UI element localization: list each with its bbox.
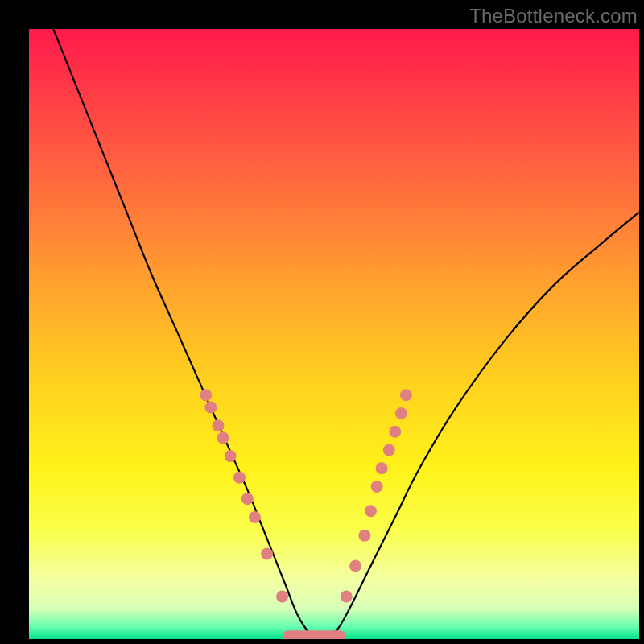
marker-dot — [261, 547, 273, 559]
watermark-text: TheBottleneck.com — [469, 5, 638, 27]
curve-line — [53, 29, 639, 639]
chart-frame: TheBottleneck.com — [0, 0, 644, 644]
marker-dot — [204, 401, 217, 413]
marker-dot — [400, 389, 412, 401]
marker-dot — [276, 590, 288, 602]
marker-dot — [212, 419, 224, 431]
marker-dot — [249, 511, 261, 523]
markers-right — [341, 389, 412, 602]
marker-dot — [358, 530, 370, 542]
marker-dot — [225, 450, 237, 462]
marker-dot — [376, 462, 388, 474]
marker-dot — [341, 590, 353, 602]
plot-area — [29, 29, 639, 639]
marker-dot — [383, 444, 395, 456]
markers-left — [200, 389, 288, 602]
marker-dot — [365, 505, 377, 517]
marker-dot — [349, 560, 361, 572]
marker-dot — [217, 431, 229, 444]
marker-dot — [389, 426, 401, 438]
marker-dot — [233, 472, 246, 484]
marker-dot — [395, 407, 407, 419]
marker-dot — [371, 481, 383, 493]
marker-dot — [200, 389, 212, 401]
chart-svg — [29, 29, 639, 639]
marker-dot — [242, 493, 254, 505]
